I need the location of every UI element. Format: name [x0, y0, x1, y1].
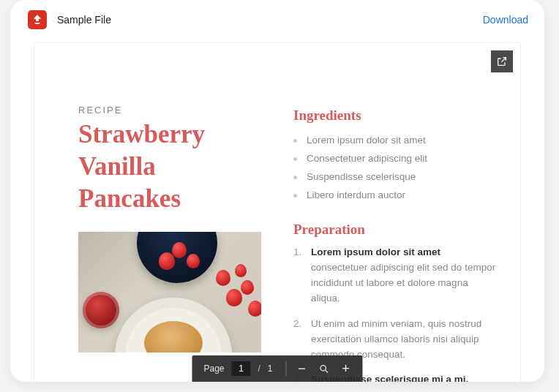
magnifier-icon	[318, 363, 329, 374]
page-number-input[interactable]	[232, 361, 251, 376]
zoom-reset-button[interactable]	[315, 359, 334, 378]
step-text: consectetuer adipiscing elit sed do temp…	[311, 262, 495, 304]
zoom-out-button[interactable]: −	[293, 359, 312, 378]
download-link[interactable]: Download	[483, 14, 528, 26]
page-total: 1	[268, 363, 280, 374]
list-item: Lorem ipsum dolor sit amet consectetuer …	[293, 245, 497, 317]
list-item: Libero interdum auctor	[293, 186, 497, 204]
file-name: Sample File	[57, 14, 483, 26]
minus-icon: −	[298, 362, 306, 375]
list-item: Lorem ipsum dolor sit amet	[293, 131, 497, 149]
recipe-photo	[78, 232, 261, 353]
pdf-toolbar: Page / 1 − +	[192, 355, 362, 382]
open-external-icon	[496, 56, 508, 67]
zoom-in-button[interactable]: +	[337, 359, 356, 378]
recipe-title: Strawberry Vanilla Pancakes	[78, 118, 261, 214]
list-item: Consectetuer adipiscing elit	[293, 149, 497, 167]
page-label: Page	[199, 363, 228, 374]
svg-point-0	[320, 365, 326, 371]
document-viewport: RECIPE Strawberry Vanilla Pancakes Ingre…	[34, 42, 521, 382]
pdf-viewer-frame: Sample File Download RECIPE Strawberry V…	[10, 0, 544, 382]
ingredients-heading: Ingredients	[293, 108, 497, 124]
open-external-button[interactable]	[491, 50, 513, 72]
step-lead: Lorem ipsum dolor sit amet	[311, 246, 440, 257]
plus-icon: +	[342, 362, 350, 375]
page-separator: /	[254, 363, 265, 374]
viewer-header: Sample File Download	[10, 0, 544, 37]
step-text: Ut enim ad minim veniam, quis nostrud ex…	[311, 318, 481, 360]
preparation-heading: Preparation	[293, 222, 497, 238]
list-item: Suspendisse scelerisque	[293, 167, 497, 186]
toolbar-divider	[286, 361, 287, 376]
left-column: RECIPE Strawberry Vanilla Pancakes	[78, 105, 261, 382]
recipe-eyebrow: RECIPE	[78, 105, 261, 116]
right-column: Ingredients Lorem ipsum dolor sit amet C…	[293, 105, 497, 382]
document-body: RECIPE Strawberry Vanilla Pancakes Ingre…	[78, 105, 497, 382]
ingredients-list: Lorem ipsum dolor sit amet Consectetuer …	[293, 131, 497, 204]
pdf-icon	[28, 10, 47, 29]
